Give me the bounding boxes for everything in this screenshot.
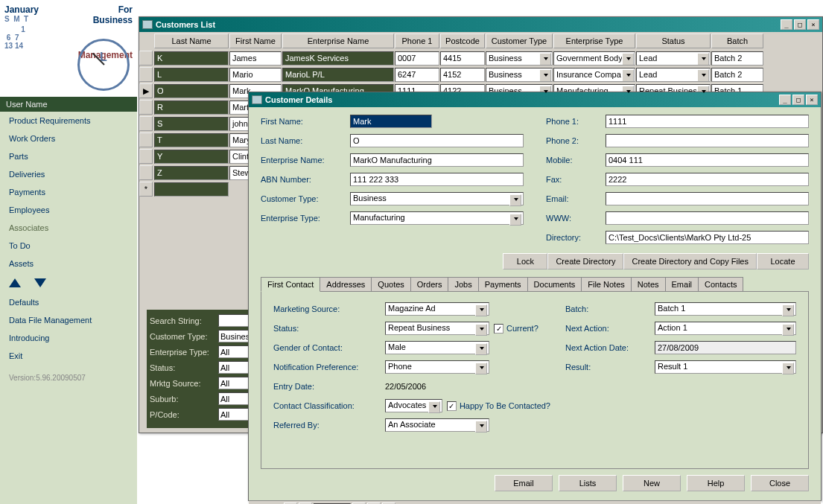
tab-addresses[interactable]: Addresses xyxy=(320,277,372,291)
tab-orders[interactable]: Orders xyxy=(410,277,449,291)
tab-notes[interactable]: Notes xyxy=(631,277,666,291)
gender-select[interactable]: Male xyxy=(385,341,489,354)
close-button[interactable]: × xyxy=(806,95,818,105)
email-button[interactable]: Email xyxy=(495,475,553,491)
nav-up-icon[interactable] xyxy=(9,278,21,287)
email-input[interactable] xyxy=(606,192,809,205)
row-selector[interactable] xyxy=(139,67,153,82)
cell-st[interactable]: Lead xyxy=(636,68,711,82)
col-header-enterprise-name[interactable]: Enterprise Name xyxy=(282,34,394,48)
cell-et[interactable]: Insurance Compa xyxy=(553,68,635,82)
cell-et[interactable]: Government Body xyxy=(553,51,635,66)
batch-select[interactable]: Batch 1 xyxy=(655,302,796,316)
cell-ln[interactable]: Z xyxy=(154,166,229,180)
maximize-button[interactable]: □ xyxy=(794,19,806,30)
next-action-date-input[interactable] xyxy=(655,341,796,354)
row-selector[interactable] xyxy=(139,116,153,131)
cell-en[interactable]: JamesK Services xyxy=(282,51,394,66)
abn-input[interactable] xyxy=(350,173,524,186)
row-selector[interactable] xyxy=(139,149,153,164)
nav-item-defaults[interactable]: Defaults xyxy=(0,293,137,311)
row-selector[interactable] xyxy=(139,165,153,180)
close-detail-button[interactable]: Close xyxy=(751,475,809,491)
row-selector[interactable]: ▶ xyxy=(139,83,153,98)
cell-ct[interactable]: Business xyxy=(486,68,553,82)
directory-input[interactable] xyxy=(606,231,809,244)
referred-by-select[interactable]: An Associate xyxy=(385,418,489,432)
nav-down-icon[interactable] xyxy=(34,278,46,287)
help-button[interactable]: Help xyxy=(687,475,745,491)
next-action-select[interactable]: Action 1 xyxy=(655,322,796,335)
cell-p1[interactable]: 6247 xyxy=(395,68,439,82)
mobile-input[interactable] xyxy=(606,153,809,167)
lock-button[interactable]: Lock xyxy=(503,253,547,269)
cell-ln[interactable]: T xyxy=(154,133,229,147)
current-checkbox[interactable]: ✓ xyxy=(494,324,503,334)
tab-quotes[interactable]: Quotes xyxy=(371,277,410,291)
row-selector[interactable] xyxy=(139,133,153,147)
col-header-postcode[interactable]: Postcode xyxy=(440,34,485,48)
detail-titlebar[interactable]: Customer Details _ □ × xyxy=(249,92,821,107)
notif-pref-select[interactable]: Phone xyxy=(385,360,489,374)
list-titlebar[interactable]: Customers List _ □ × xyxy=(139,17,822,32)
nav-item-work-orders[interactable]: Work Orders xyxy=(0,130,137,147)
happy-checkbox[interactable]: ✓ xyxy=(447,401,457,411)
cell-ln[interactable]: O xyxy=(154,84,229,98)
cell-ct[interactable]: Business xyxy=(486,51,553,66)
nav-item-data-file-management[interactable]: Data File Management xyxy=(0,311,137,329)
status-select[interactable]: Repeat Business xyxy=(385,322,489,335)
contact-class-select[interactable]: Advocates xyxy=(385,399,442,412)
minimize-button[interactable]: _ xyxy=(779,95,791,105)
minimize-button[interactable]: _ xyxy=(781,19,792,30)
cell-ln[interactable] xyxy=(154,182,229,197)
nav-item-introducing[interactable]: Introducing xyxy=(0,329,137,347)
tab-email[interactable]: Email xyxy=(665,277,699,291)
cell-ln[interactable]: S xyxy=(154,117,229,131)
marketing-source-select[interactable]: Magazine Ad xyxy=(385,302,489,316)
cell-b[interactable]: Batch 2 xyxy=(711,68,763,82)
close-button[interactable]: × xyxy=(807,19,819,30)
cell-st[interactable]: Lead xyxy=(636,51,711,66)
first-name-input[interactable] xyxy=(350,115,432,128)
phone1-input[interactable] xyxy=(606,115,809,128)
nav-item-associates[interactable]: Associates xyxy=(0,219,137,237)
row-selector-new[interactable]: * xyxy=(139,182,153,197)
col-header-batch[interactable]: Batch xyxy=(711,34,763,48)
row-selector[interactable] xyxy=(139,51,153,66)
tab-documents[interactable]: Documents xyxy=(527,277,582,291)
col-header-first-name[interactable]: First Name xyxy=(229,34,282,48)
table-row[interactable]: KJamesJamesK Services00074415BusinessGov… xyxy=(139,50,822,66)
nav-item-deliveries[interactable]: Deliveries xyxy=(0,165,137,183)
tab-contacts[interactable]: Contacts xyxy=(698,277,743,291)
cell-fn[interactable]: James xyxy=(229,51,282,66)
nav-item-to-do[interactable]: To Do xyxy=(0,237,137,255)
create-directory-copy-button[interactable]: Create Directory and Copy Files xyxy=(623,253,757,269)
enterprise-name-input[interactable] xyxy=(350,153,524,167)
col-header-status[interactable]: Status xyxy=(636,34,711,48)
customer-type-select[interactable]: Business xyxy=(350,192,524,205)
maximize-button[interactable]: □ xyxy=(792,95,804,105)
col-header-customer-type[interactable]: Customer Type xyxy=(486,34,553,48)
last-name-input[interactable] xyxy=(350,134,524,147)
col-header-phone-1[interactable]: Phone 1 xyxy=(395,34,439,48)
cell-ln[interactable]: L xyxy=(154,68,229,82)
tab-first-contact[interactable]: First Contact xyxy=(261,277,320,292)
table-row[interactable]: LMarioMarioL P/L62474152BusinessInsuranc… xyxy=(139,66,822,83)
tab-jobs[interactable]: Jobs xyxy=(448,277,478,291)
tab-payments[interactable]: Payments xyxy=(478,277,528,291)
lists-button[interactable]: Lists xyxy=(559,475,617,491)
new-button[interactable]: New xyxy=(623,475,681,491)
nav-item-assets[interactable]: Assets xyxy=(0,255,137,272)
cell-pc[interactable]: 4152 xyxy=(440,68,485,82)
cell-ln[interactable]: Y xyxy=(154,150,229,164)
col-header-enterprise-type[interactable]: Enterprise Type xyxy=(553,34,635,48)
cell-fn[interactable]: Mario xyxy=(229,68,282,82)
enterprise-type-select[interactable]: Manufacturing xyxy=(350,211,524,225)
tab-file-notes[interactable]: File Notes xyxy=(581,277,632,291)
cell-ln[interactable]: K xyxy=(154,51,229,66)
cell-b[interactable]: Batch 2 xyxy=(711,51,763,66)
cell-pc[interactable]: 4415 xyxy=(440,51,485,66)
www-input[interactable] xyxy=(606,211,809,225)
cell-en[interactable]: MarioL P/L xyxy=(282,68,394,82)
result-select[interactable]: Result 1 xyxy=(655,360,796,374)
